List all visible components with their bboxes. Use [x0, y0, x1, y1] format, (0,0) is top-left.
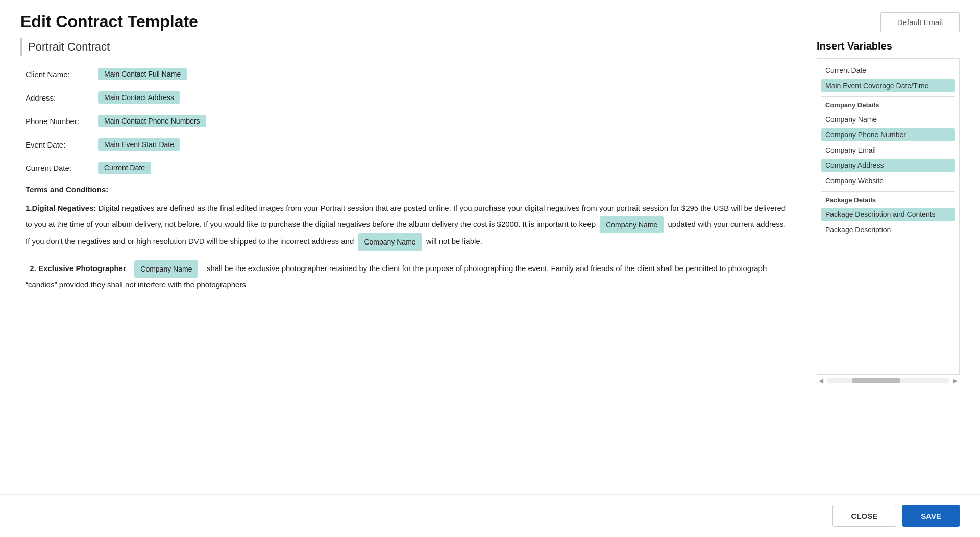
current-date-label: Current Date: — [26, 164, 92, 173]
phone-label: Phone Number: — [26, 117, 92, 126]
var-item-7[interactable]: Company Website — [821, 174, 955, 187]
var-item-0[interactable]: Current Date — [821, 64, 955, 77]
current-date-row: Current Date: Current Date — [26, 162, 791, 174]
scroll-bar-horizontal — [827, 378, 949, 383]
var-item-4[interactable]: Company Phone Number — [821, 128, 955, 141]
term1-bold: 1.Digital Negatives: — [26, 204, 96, 212]
term2-paragraph: 2. Exclusive Photographer Company Name s… — [26, 260, 791, 292]
save-button[interactable]: SAVE — [902, 505, 960, 527]
event-date-row: Event Date: Main Event Start Date — [26, 138, 791, 151]
var-item-6[interactable]: Company Address — [821, 159, 955, 172]
main-contact-phone-chip[interactable]: Main Contact Phone Numbers — [98, 115, 206, 127]
term2-prefix: 2. Exclusive Photographer — [30, 264, 126, 273]
var-item-9[interactable]: Package Description and Contents — [821, 208, 955, 221]
scroll-left-arrow[interactable]: ◀ — [817, 377, 825, 384]
page-title: Edit Contract Template — [20, 12, 198, 31]
default-email-button[interactable]: Default Email — [880, 12, 960, 32]
variables-list: Current DateMain Event Coverage Date/Tim… — [817, 58, 960, 375]
phone-row: Phone Number: Main Contact Phone Numbers — [26, 115, 791, 127]
insert-variables-title: Insert Variables — [817, 38, 960, 52]
contract-title-input[interactable] — [20, 38, 225, 56]
terms-heading: Terms and Conditions: — [26, 185, 791, 194]
company-name-chip-1[interactable]: Company Name — [600, 216, 664, 234]
client-name-label: Client Name: — [26, 70, 92, 79]
var-item-3[interactable]: Company Name — [821, 113, 955, 126]
var-item-1[interactable]: Main Event Coverage Date/Time — [821, 79, 955, 92]
company-name-chip-3[interactable]: Company Name — [134, 260, 198, 278]
main-contact-full-name-chip[interactable]: Main Contact Full Name — [98, 68, 187, 80]
company-name-chip-2[interactable]: Company Name — [358, 233, 422, 251]
var-item-5[interactable]: Company Email — [821, 143, 955, 157]
client-name-row: Client Name: Main Contact Full Name — [26, 68, 791, 80]
var-item-10[interactable]: Package Description — [821, 223, 955, 236]
horizontal-scrollbar[interactable]: ◀ ▶ — [817, 375, 960, 386]
main-contact-address-chip[interactable]: Main Contact Address — [98, 91, 180, 104]
term1-text3: will not be liable. — [426, 237, 482, 246]
term2-bold: 2. Exclusive Photographer — [30, 264, 126, 273]
scroll-thumb-horizontal — [852, 378, 900, 383]
event-date-label: Event Date: — [26, 140, 92, 149]
var-section-company-details: Company Details — [821, 96, 955, 111]
address-label: Address: — [26, 93, 92, 102]
close-button[interactable]: CLOSE — [832, 505, 897, 527]
var-section-package-details: Package Details — [821, 191, 955, 206]
current-date-chip[interactable]: Current Date — [98, 162, 151, 174]
term1-paragraph: 1.Digital Negatives: Digital negatives a… — [26, 201, 791, 251]
scroll-right-arrow[interactable]: ▶ — [951, 377, 960, 384]
main-event-start-date-chip[interactable]: Main Event Start Date — [98, 138, 180, 151]
address-row: Address: Main Contact Address — [26, 91, 791, 104]
term1-number: 1.Digital Negatives: — [26, 204, 96, 212]
